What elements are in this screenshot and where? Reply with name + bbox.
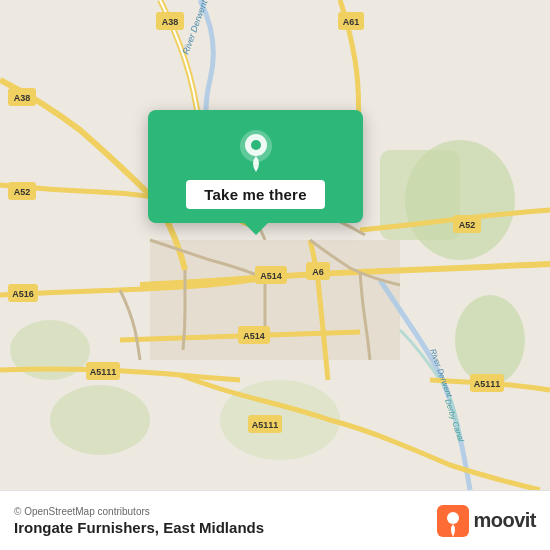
svg-point-5	[50, 385, 150, 455]
svg-point-38	[251, 140, 261, 150]
svg-text:A5111: A5111	[474, 379, 501, 389]
svg-point-2	[455, 295, 525, 385]
svg-text:A516: A516	[12, 289, 34, 299]
bottom-bar: © OpenStreetMap contributors Irongate Fu…	[0, 490, 550, 550]
svg-text:A38: A38	[162, 17, 179, 27]
svg-text:A38: A38	[14, 93, 31, 103]
moovit-brand-icon	[437, 505, 469, 537]
moovit-logo: moovit	[437, 505, 536, 537]
map-svg: A38 A38 A61 A52 A516 A514 A514 A6 A52	[0, 0, 550, 490]
osm-credit: © OpenStreetMap contributors	[14, 506, 264, 517]
moovit-text: moovit	[473, 509, 536, 532]
svg-text:A5111: A5111	[252, 420, 279, 430]
location-pin-icon	[234, 128, 278, 172]
popup-card: Take me there	[148, 110, 363, 223]
take-me-there-button[interactable]: Take me there	[186, 180, 324, 209]
svg-text:A514: A514	[260, 271, 282, 281]
svg-text:A52: A52	[459, 220, 476, 230]
svg-text:A514: A514	[243, 331, 265, 341]
svg-text:A5111: A5111	[90, 367, 117, 377]
svg-text:A52: A52	[14, 187, 31, 197]
svg-text:A6: A6	[312, 267, 324, 277]
bottom-left-info: © OpenStreetMap contributors Irongate Fu…	[14, 506, 264, 536]
svg-point-40	[447, 512, 459, 524]
location-title: Irongate Furnishers, East Midlands	[14, 519, 264, 536]
svg-text:A61: A61	[343, 17, 360, 27]
map-container: A38 A38 A61 A52 A516 A514 A514 A6 A52	[0, 0, 550, 490]
